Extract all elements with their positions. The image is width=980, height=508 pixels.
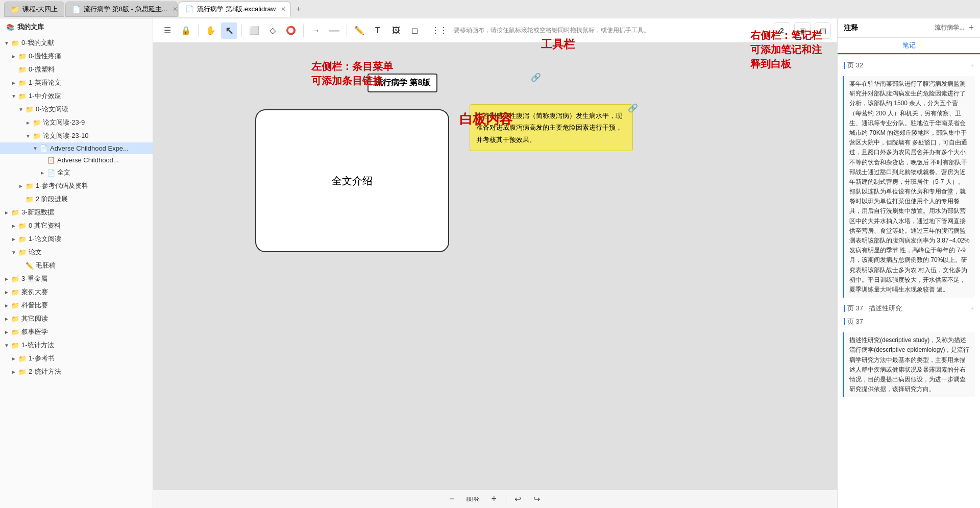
arrow-tool-button[interactable]: → bbox=[308, 22, 324, 39]
pencil-tool-button[interactable]: ✏️ bbox=[351, 22, 368, 39]
lock-button[interactable]: 🔒 bbox=[178, 22, 194, 39]
canvas-area[interactable]: 流行病学 第8版 🔗 全文介绍 为控制感染性腹泻（简称腹泻病）发生病水平，现准备… bbox=[153, 43, 837, 508]
separator bbox=[347, 25, 347, 37]
sidebar-item-s15[interactable]: ► 📁 0 其它资料 bbox=[0, 219, 153, 232]
center-area: 工具栏 ☰ 🔒 ✋ ↖ ⬜ ◇ ⭕ → — ✏️ T 🖼 ◻ ⋮⋮ 要移动画布，… bbox=[153, 18, 837, 508]
redo-button[interactable]: ↪ bbox=[530, 494, 543, 504]
doc-icon: 📄 bbox=[185, 5, 194, 13]
panels-button[interactable]: ▤ bbox=[815, 22, 831, 39]
tab-close-button[interactable]: ✕ bbox=[173, 6, 178, 13]
item-label: 论文 bbox=[29, 248, 149, 257]
layout-button[interactable]: ▣ bbox=[794, 22, 811, 39]
text-tool-button[interactable]: T bbox=[370, 22, 386, 39]
tree-arrow: ▼ bbox=[4, 40, 11, 46]
sidebar-item-s2[interactable]: ► 📁 0-慢性疼痛 bbox=[0, 50, 153, 63]
menu-button[interactable]: ☰ bbox=[159, 22, 176, 39]
item-label: 其它阅读 bbox=[21, 314, 149, 323]
item-icon: 📁 bbox=[18, 66, 27, 74]
sidebar-item-s17[interactable]: ▼ 📁 论文 bbox=[0, 246, 153, 259]
sidebar-item-s18[interactable]: ✏️ 毛胚稿 bbox=[0, 259, 153, 272]
wb-title-box[interactable]: 流行病学 第8版 bbox=[368, 74, 437, 92]
wb-link-icon-1[interactable]: 🔗 bbox=[531, 72, 541, 82]
sidebar-item-s9[interactable]: ▼ 📄 Adverse Childhood Expe... bbox=[0, 142, 153, 154]
tab-courses[interactable]: 📁 课程-大四上 bbox=[4, 2, 64, 17]
undo-button[interactable]: ↩ bbox=[511, 494, 524, 504]
sidebar-item-s24[interactable]: ▼ 📁 1-统计方法 bbox=[0, 338, 153, 352]
tree-arrow: ▼ bbox=[18, 107, 26, 112]
sidebar-item-s19[interactable]: ► 📁 3-重金属 bbox=[0, 272, 153, 285]
wb-sticky-note[interactable]: 为控制感染性腹泻（简称腹泻病）发生病水平，现准备对进成腹泻病高发的主要危险因素进… bbox=[470, 104, 633, 151]
item-icon: 📁 bbox=[11, 315, 19, 323]
canvas-content[interactable]: 流行病学 第8版 🔗 全文介绍 为控制感染性腹泻（简称腹泻病）发生病水平，现准备… bbox=[153, 43, 837, 490]
zoom-out-button[interactable]: − bbox=[447, 494, 457, 504]
line-tool-button[interactable]: — bbox=[326, 22, 342, 39]
tab-label: 流行病学 第8版 - 急思延主... bbox=[84, 5, 167, 14]
tree-arrow: ► bbox=[4, 329, 11, 335]
tree-arrow: ► bbox=[11, 356, 18, 361]
tab-close-button[interactable]: ✕ bbox=[281, 6, 286, 13]
select-tool-button[interactable]: ↖ bbox=[221, 22, 237, 39]
diamond-tool-button[interactable]: ◇ bbox=[264, 22, 281, 39]
sidebar-item-s21[interactable]: ► 📁 科普比赛 bbox=[0, 299, 153, 312]
sidebar-item-s1[interactable]: ▼ 📁 0-我的文献 bbox=[0, 36, 153, 50]
sidebar-item-s3[interactable]: 📁 0-微塑料 bbox=[0, 63, 153, 76]
layer-button[interactable]: 2 bbox=[774, 22, 790, 39]
sidebar-header: 📚 我的文库 bbox=[0, 18, 153, 36]
tab-epidemiology-main[interactable]: 📄 流行病学 第8版 - 急思延主... ✕ bbox=[65, 2, 178, 17]
item-label: 1-统计方法 bbox=[21, 341, 149, 350]
wb-link-icon-2[interactable]: 🔗 bbox=[628, 103, 638, 113]
expand-btn[interactable]: + bbox=[970, 62, 974, 69]
expand-btn[interactable]: + bbox=[970, 305, 974, 312]
circle-tool-button[interactable]: ⭕ bbox=[283, 22, 299, 39]
tree-arrow: ► bbox=[4, 276, 11, 282]
note-text: 某年在驻华南某部队进行了腹泻病发病监测研究并对部队腹泻病发生的危险因素进行了分析… bbox=[849, 79, 970, 295]
item-icon: 📁 bbox=[26, 196, 34, 203]
item-label: 3-新冠数据 bbox=[21, 208, 149, 217]
current-file: 流行病学... bbox=[935, 23, 964, 32]
item-icon: 📁 bbox=[11, 288, 19, 296]
hand-tool-button[interactable]: ✋ bbox=[203, 22, 219, 39]
item-icon: 📁 bbox=[18, 92, 27, 100]
sidebar-item-s26[interactable]: ► 📁 2-统计方法 bbox=[0, 365, 153, 378]
sidebar-item-s20[interactable]: ► 📁 案例大赛 bbox=[0, 285, 153, 299]
add-tab-button[interactable]: + bbox=[292, 3, 305, 16]
sidebar-item-s22[interactable]: ► 📁 其它阅读 bbox=[0, 312, 153, 325]
zoom-in-button[interactable]: + bbox=[489, 494, 499, 504]
sidebar-item-s13[interactable]: 📁 2 阶段进展 bbox=[0, 192, 153, 206]
item-label: 科普比赛 bbox=[21, 301, 149, 310]
sidebar-item-s14[interactable]: ► 📁 3-新冠数据 bbox=[0, 206, 153, 219]
sidebar-item-s4[interactable]: ► 📁 1-英语论文 bbox=[0, 76, 153, 89]
wb-title-text: 流行病学 第8版 bbox=[375, 78, 430, 87]
separator bbox=[198, 25, 199, 37]
item-label: Adverse Childhood... bbox=[57, 156, 149, 164]
item-icon: 📁 bbox=[26, 182, 34, 190]
sidebar-item-s10[interactable]: 📋 Adverse Childhood... bbox=[0, 154, 153, 166]
tab-excalidraw[interactable]: 📄 流行病学 第8版.excalidraw ✕ bbox=[179, 2, 291, 17]
rect-tool-button[interactable]: ⬜ bbox=[246, 22, 262, 39]
tree-arrow: ► bbox=[40, 170, 47, 176]
sidebar-item-s8[interactable]: ▼ 📁 论文阅读-23-10 bbox=[0, 129, 153, 142]
wb-main-text: 全文介绍 bbox=[332, 174, 373, 188]
item-icon: 📄 bbox=[40, 144, 48, 152]
tree-arrow: ▼ bbox=[4, 343, 11, 348]
image-tool-button[interactable]: 🖼 bbox=[388, 22, 404, 39]
tab-notes[interactable]: 笔记 bbox=[838, 38, 980, 54]
sidebar-item-s5[interactable]: ▼ 📁 1-中介效应 bbox=[0, 89, 153, 103]
more-tools-button[interactable]: ⋮⋮ bbox=[431, 22, 448, 39]
sidebar-item-s7[interactable]: ► 📁 论文阅读-23-9 bbox=[0, 116, 153, 129]
item-icon: 📁 bbox=[18, 249, 27, 256]
item-icon: 📁 bbox=[11, 328, 19, 336]
sidebar-item-s23[interactable]: ► 📁 叙事医学 bbox=[0, 325, 153, 338]
item-label: 全文 bbox=[57, 168, 149, 177]
note-page-header: 页 32 + bbox=[838, 59, 980, 72]
sidebar-item-s6[interactable]: ▼ 📁 0-论文阅读 bbox=[0, 103, 153, 116]
sidebar-item-s12[interactable]: ► 📁 1-参考代码及资料 bbox=[0, 179, 153, 192]
wb-main-box[interactable]: 全文介绍 bbox=[255, 109, 449, 252]
item-label: 1-论文阅读 bbox=[29, 234, 149, 244]
sidebar-item-s25[interactable]: ► 📁 1-参考书 bbox=[0, 352, 153, 365]
sidebar-item-s11[interactable]: ► 📄 全文 bbox=[0, 166, 153, 179]
item-label: 毛胚稿 bbox=[36, 261, 149, 270]
sidebar-item-s16[interactable]: ► 📁 1-论文阅读 bbox=[0, 232, 153, 246]
add-note-button[interactable]: + bbox=[968, 22, 974, 33]
eraser-tool-button[interactable]: ◻ bbox=[406, 22, 423, 39]
